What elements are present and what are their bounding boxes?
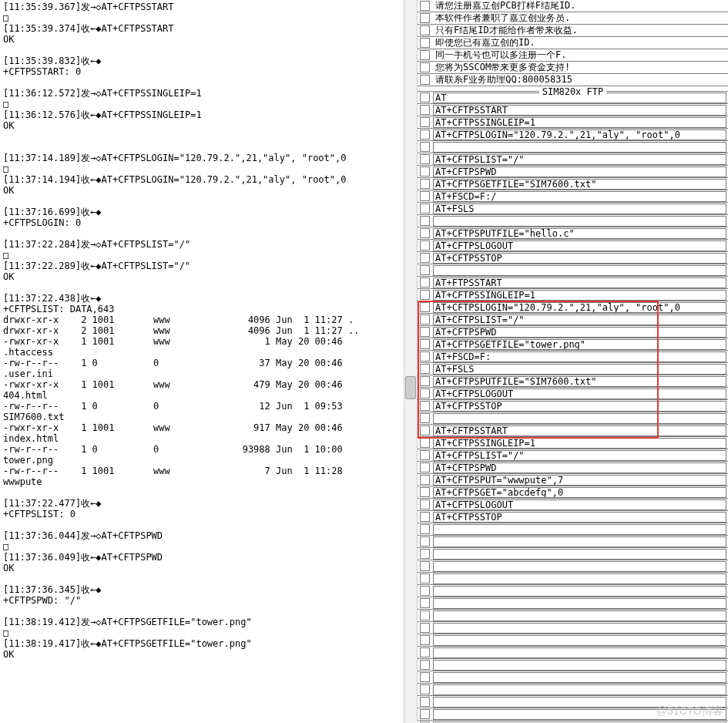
row-checkbox[interactable] bbox=[420, 401, 430, 411]
row-checkbox[interactable] bbox=[420, 388, 430, 398]
row-checkbox[interactable] bbox=[420, 314, 430, 325]
command-input[interactable] bbox=[433, 586, 726, 597]
row-checkbox[interactable] bbox=[420, 277, 430, 288]
command-input[interactable] bbox=[433, 475, 726, 486]
command-input[interactable] bbox=[433, 487, 726, 498]
row-checkbox[interactable] bbox=[420, 50, 430, 60]
row-checkbox[interactable] bbox=[420, 351, 430, 362]
command-input[interactable] bbox=[433, 25, 726, 36]
vertical-scrollbar[interactable] bbox=[404, 0, 418, 723]
command-input[interactable] bbox=[433, 166, 726, 177]
row-checkbox[interactable] bbox=[420, 62, 430, 72]
row-checkbox[interactable] bbox=[420, 598, 430, 608]
scrollbar-thumb[interactable] bbox=[405, 376, 416, 399]
row-checkbox[interactable] bbox=[420, 290, 430, 300]
command-input[interactable] bbox=[433, 228, 726, 239]
command-input[interactable] bbox=[433, 573, 726, 584]
command-input[interactable] bbox=[433, 499, 726, 510]
command-input[interactable] bbox=[433, 105, 726, 116]
command-input[interactable] bbox=[433, 462, 726, 473]
row-checkbox[interactable] bbox=[420, 672, 430, 682]
row-checkbox[interactable] bbox=[420, 240, 430, 251]
row-checkbox[interactable] bbox=[420, 203, 430, 214]
row-checkbox[interactable] bbox=[420, 684, 430, 694]
row-checkbox[interactable] bbox=[420, 549, 430, 559]
command-input[interactable] bbox=[433, 203, 726, 214]
row-checkbox[interactable] bbox=[420, 450, 430, 460]
command-input[interactable] bbox=[433, 75, 726, 86]
command-input[interactable] bbox=[433, 413, 726, 424]
command-input[interactable] bbox=[433, 216, 726, 227]
row-checkbox[interactable] bbox=[420, 487, 430, 497]
command-input[interactable] bbox=[433, 265, 726, 276]
command-input[interactable] bbox=[433, 376, 726, 387]
command-input[interactable] bbox=[433, 13, 726, 24]
row-checkbox[interactable] bbox=[420, 75, 430, 85]
row-checkbox[interactable] bbox=[420, 610, 430, 620]
command-input[interactable] bbox=[433, 1, 726, 12]
row-checkbox[interactable] bbox=[420, 524, 430, 534]
row-checkbox[interactable] bbox=[420, 376, 430, 386]
row-checkbox[interactable] bbox=[420, 179, 430, 189]
command-input[interactable] bbox=[433, 635, 726, 646]
command-input[interactable] bbox=[433, 154, 726, 165]
row-checkbox[interactable] bbox=[420, 512, 430, 522]
row-checkbox[interactable] bbox=[420, 413, 430, 423]
command-input[interactable] bbox=[433, 388, 726, 399]
row-checkbox[interactable] bbox=[420, 647, 430, 657]
row-checkbox[interactable] bbox=[420, 425, 430, 435]
row-checkbox[interactable] bbox=[420, 142, 430, 152]
row-checkbox[interactable] bbox=[420, 253, 430, 263]
row-checkbox[interactable] bbox=[420, 438, 430, 448]
row-checkbox[interactable] bbox=[420, 660, 430, 670]
row-checkbox[interactable] bbox=[420, 697, 430, 707]
command-input[interactable] bbox=[433, 549, 726, 560]
row-checkbox[interactable] bbox=[420, 265, 430, 275]
row-checkbox[interactable] bbox=[420, 228, 430, 238]
row-checkbox[interactable] bbox=[420, 191, 430, 201]
command-input[interactable] bbox=[433, 290, 726, 301]
row-checkbox[interactable] bbox=[420, 586, 430, 596]
command-input[interactable] bbox=[433, 253, 726, 264]
command-input[interactable] bbox=[433, 314, 726, 325]
command-input[interactable] bbox=[433, 610, 726, 621]
command-input[interactable] bbox=[433, 117, 726, 128]
row-checkbox[interactable] bbox=[420, 302, 430, 312]
command-input[interactable] bbox=[433, 351, 726, 362]
row-checkbox[interactable] bbox=[420, 709, 430, 719]
command-input[interactable] bbox=[433, 129, 726, 140]
row-checkbox[interactable] bbox=[420, 635, 430, 645]
row-checkbox[interactable] bbox=[420, 117, 430, 127]
row-checkbox[interactable] bbox=[420, 327, 430, 337]
command-input[interactable] bbox=[433, 623, 726, 634]
row-checkbox[interactable] bbox=[420, 339, 430, 349]
row-checkbox[interactable] bbox=[420, 364, 430, 374]
row-checkbox[interactable] bbox=[420, 25, 430, 35]
command-input[interactable] bbox=[433, 660, 726, 671]
row-checkbox[interactable] bbox=[420, 92, 430, 103]
row-checkbox[interactable] bbox=[420, 499, 430, 509]
row-checkbox[interactable] bbox=[420, 561, 430, 571]
command-input[interactable] bbox=[433, 302, 726, 313]
row-checkbox[interactable] bbox=[420, 573, 430, 583]
command-input[interactable] bbox=[433, 62, 726, 73]
command-input[interactable] bbox=[433, 142, 726, 153]
row-checkbox[interactable] bbox=[420, 623, 430, 633]
row-checkbox[interactable] bbox=[420, 536, 430, 546]
command-input[interactable] bbox=[433, 524, 726, 535]
row-checkbox[interactable] bbox=[420, 38, 430, 48]
command-input[interactable] bbox=[433, 327, 726, 338]
row-checkbox[interactable] bbox=[420, 216, 430, 226]
command-input[interactable] bbox=[433, 425, 726, 436]
row-checkbox[interactable] bbox=[420, 1, 430, 11]
command-input[interactable] bbox=[433, 684, 726, 695]
row-checkbox[interactable] bbox=[420, 166, 430, 177]
command-input[interactable] bbox=[433, 598, 726, 609]
command-input[interactable] bbox=[433, 438, 726, 449]
row-checkbox[interactable] bbox=[420, 462, 430, 472]
command-input[interactable] bbox=[433, 561, 726, 572]
command-input[interactable] bbox=[433, 672, 726, 683]
log-output[interactable]: [11:35:39.367]发→◇AT+CFTPSSTART □ [11:35:… bbox=[0, 0, 404, 723]
command-input[interactable] bbox=[433, 38, 726, 49]
command-input[interactable] bbox=[433, 450, 726, 461]
